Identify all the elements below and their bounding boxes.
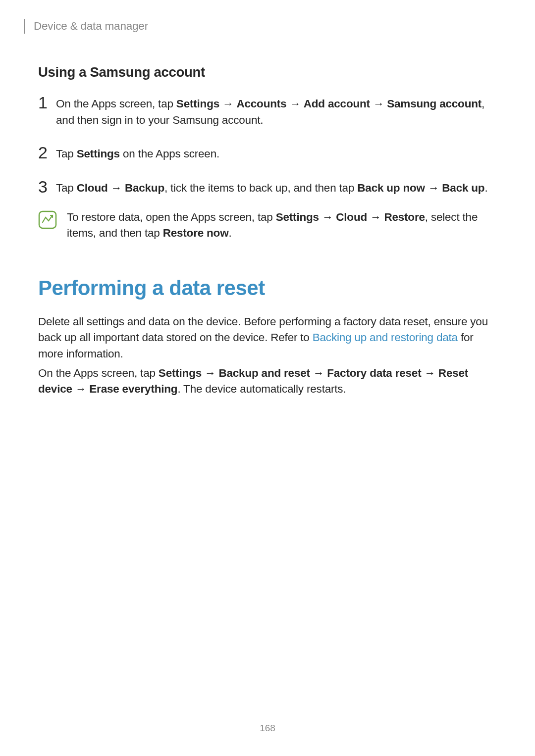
bold-settings: Settings bbox=[276, 211, 319, 223]
bold-settings: Settings bbox=[176, 98, 219, 110]
arrow: → bbox=[202, 367, 218, 379]
arrow: → bbox=[219, 98, 236, 110]
step-number: 3 bbox=[38, 178, 56, 195]
text-fragment: on the Apps screen. bbox=[120, 148, 219, 160]
arrow: → bbox=[319, 211, 336, 223]
header-divider bbox=[24, 19, 25, 34]
step-number: 2 bbox=[38, 144, 56, 161]
bold-cloud: Cloud bbox=[336, 211, 367, 223]
arrow: → bbox=[72, 383, 89, 395]
page-number: 168 bbox=[0, 723, 535, 734]
arrow: → bbox=[367, 211, 384, 223]
text-fragment: To restore data, open the Apps screen, t… bbox=[67, 211, 276, 223]
step-2: 2 Tap Settings on the Apps screen. bbox=[38, 146, 497, 162]
bold-backup-now: Back up now bbox=[357, 182, 425, 194]
bold-backup: Backup bbox=[125, 182, 164, 194]
step-3: 3 Tap Cloud → Backup, tick the items to … bbox=[38, 180, 497, 197]
bold-restore-now: Restore now bbox=[163, 227, 229, 239]
step-text: Tap Settings on the Apps screen. bbox=[56, 146, 497, 162]
bold-restore: Restore bbox=[384, 211, 425, 223]
step-text: Tap Cloud → Backup, tick the items to ba… bbox=[56, 180, 497, 197]
page-header: Device & data manager bbox=[24, 19, 497, 34]
bold-settings: Settings bbox=[77, 148, 120, 160]
arrow: → bbox=[421, 367, 438, 379]
text-fragment: On the Apps screen, tap bbox=[38, 367, 159, 379]
body-paragraph: On the Apps screen, tap Settings → Backu… bbox=[38, 365, 497, 398]
step-number: 1 bbox=[38, 94, 56, 111]
text-fragment: Tap bbox=[56, 148, 77, 160]
text-fragment: . The device automatically restarts. bbox=[177, 383, 346, 395]
note-text: To restore data, open the Apps screen, t… bbox=[67, 209, 497, 242]
section-heading-samsung-account: Using a Samsung account bbox=[38, 64, 497, 80]
bold-settings: Settings bbox=[159, 367, 202, 379]
bold-samsung-account: Samsung account bbox=[387, 98, 482, 110]
text-fragment: , tick the items to back up, and then ta… bbox=[164, 182, 357, 194]
link-backing-up[interactable]: Backing up and restoring data bbox=[313, 331, 458, 344]
note-icon bbox=[38, 210, 57, 229]
breadcrumb: Device & data manager bbox=[34, 20, 148, 33]
arrow: → bbox=[425, 182, 442, 194]
major-heading-data-reset: Performing a data reset bbox=[38, 276, 497, 300]
arrow: → bbox=[107, 182, 124, 194]
step-1: 1 On the Apps screen, tap Settings → Acc… bbox=[38, 96, 497, 128]
bold-add-account: Add account bbox=[304, 98, 370, 110]
step-text: On the Apps screen, tap Settings → Accou… bbox=[56, 96, 497, 128]
bold-erase-everything: Erase everything bbox=[89, 383, 177, 395]
bold-accounts: Accounts bbox=[236, 98, 286, 110]
bold-back-up: Back up bbox=[442, 182, 484, 194]
text-fragment: . bbox=[484, 182, 487, 194]
arrow: → bbox=[310, 367, 327, 379]
bold-factory-reset: Factory data reset bbox=[327, 367, 421, 379]
text-fragment: Tap bbox=[56, 182, 77, 194]
text-fragment: . bbox=[228, 227, 231, 239]
bold-backup-reset: Backup and reset bbox=[218, 367, 310, 379]
text-fragment: On the Apps screen, tap bbox=[56, 98, 176, 110]
note-block: To restore data, open the Apps screen, t… bbox=[38, 209, 497, 242]
body-paragraph: Delete all settings and data on the devi… bbox=[38, 314, 497, 362]
bold-cloud: Cloud bbox=[77, 182, 108, 194]
arrow: → bbox=[370, 98, 387, 110]
arrow: → bbox=[286, 98, 303, 110]
